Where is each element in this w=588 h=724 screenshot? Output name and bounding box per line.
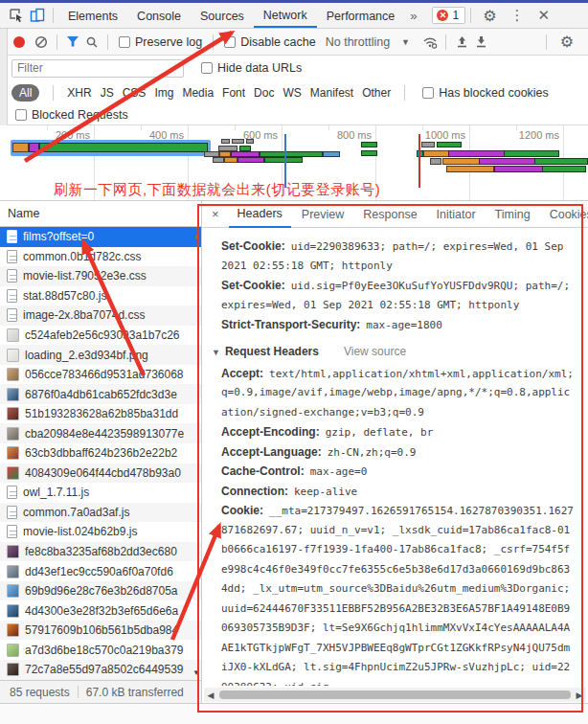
- name-column-header[interactable]: Name: [0, 201, 201, 227]
- network-request-row[interactable]: 57917609b106b561b5dba984: [0, 621, 201, 641]
- tab-performance[interactable]: Performance: [317, 3, 405, 28]
- network-conditions-icon[interactable]: [421, 34, 439, 50]
- throttling-select[interactable]: No throttling ▼: [322, 35, 414, 49]
- network-request-row[interactable]: movie-list.024b62b9.js: [0, 522, 201, 542]
- search-icon[interactable]: [83, 34, 101, 50]
- scroll-down-icon[interactable]: ▼: [192, 668, 200, 677]
- tab-elements[interactable]: Elements: [58, 3, 127, 28]
- request-name: 57917609b106b561b5dba984: [25, 623, 178, 637]
- network-request-row[interactable]: fe8c8ba3235af68b2dd3ec680: [0, 542, 201, 562]
- network-request-row[interactable]: 4d4300e3e28f32b3ef65d6e6a: [0, 600, 201, 621]
- waterfall-bar: [430, 158, 441, 165]
- filter-pill-css[interactable]: CSS: [123, 86, 147, 100]
- network-request-row[interactable]: owl_1.7.11.js: [0, 483, 201, 503]
- network-request-row[interactable]: 6876f0a4db61cab652fdc3d3e: [0, 384, 201, 404]
- clear-icon[interactable]: [33, 34, 50, 50]
- filter-pill-xhr[interactable]: XHR: [67, 86, 91, 100]
- has-blocked-cookies-checkbox[interactable]: Has blocked cookies: [418, 86, 553, 100]
- network-request-row[interactable]: stat.88d57c80.js: [0, 286, 201, 306]
- network-request-row[interactable]: 69b9d96e28c76e3b26d8705a: [0, 581, 201, 601]
- filter-pill-img[interactable]: Img: [154, 86, 173, 100]
- network-request-row[interactable]: a7d3d6be18c570c0a219ba379: [0, 640, 201, 660]
- details-tab-timing[interactable]: Timing: [486, 201, 539, 228]
- network-request-row[interactable]: 72c7a8e55d97a8502c6449539: [0, 660, 201, 680]
- inspect-element-icon[interactable]: [6, 6, 27, 25]
- network-request-row[interactable]: loading_2.e3d934bf.png: [0, 345, 201, 365]
- header-line: iJX0-kXLdGA; lt.sig=4FhpnUcimZ2u5JPRw-sV…: [202, 658, 588, 678]
- chevron-down-icon: ▼: [401, 37, 410, 47]
- tab-network[interactable]: Network: [254, 3, 317, 28]
- horizontal-scrollbar[interactable]: ◀ ▶: [204, 688, 586, 702]
- close-details-icon[interactable]: ×: [208, 207, 227, 221]
- network-request-row[interactable]: cba20984e8e4423598913077e: [0, 423, 201, 443]
- network-request-row[interactable]: 63cb3dbbaff624b236b2e22b2: [0, 443, 201, 464]
- header-name: Set-Cookie:: [221, 239, 285, 253]
- request-name: stat.88d57c80.js: [23, 289, 106, 303]
- scroll-up-icon[interactable]: ▲: [192, 232, 200, 240]
- waterfall-bar: [213, 157, 224, 163]
- request-headers-section[interactable]: ▼Request HeadersView source: [202, 342, 588, 362]
- filter-pill-all[interactable]: All: [11, 84, 39, 102]
- scroll-left-icon[interactable]: ◀: [204, 690, 217, 700]
- settings-gear-icon[interactable]: ⚙: [476, 7, 503, 25]
- network-request-row[interactable]: image-2x.8ba7074d.css: [0, 305, 201, 326]
- network-request-row[interactable]: 51b193283628a62b85ba31dd: [0, 404, 201, 424]
- details-tab-headers[interactable]: Headers: [229, 201, 291, 228]
- filter-pill-doc[interactable]: Doc: [254, 86, 274, 100]
- filter-pill-js[interactable]: JS: [101, 86, 114, 100]
- tick-label: 1000 ms: [408, 129, 465, 141]
- filter-funnel-icon[interactable]: [64, 34, 81, 50]
- details-tab-cookies[interactable]: Cookies: [541, 201, 588, 228]
- kebab-menu-icon[interactable]: ⋮: [504, 7, 531, 24]
- network-request-row[interactable]: dd43ef1ec9cc590a6f0a70fd6: [0, 561, 201, 581]
- tick-label: 1200 ms: [502, 129, 559, 141]
- close-devtools-icon[interactable]: ✕: [531, 7, 557, 24]
- disclosure-triangle-icon[interactable]: ▼: [212, 348, 220, 357]
- headers-content[interactable]: Set-Cookie:uid=2290389633; path=/; expir…: [202, 228, 588, 686]
- divider: [107, 34, 108, 50]
- network-request-row[interactable]: c524afeb2e56c93093a1b7c26: [0, 326, 201, 346]
- checkbox-icon: [224, 36, 236, 48]
- record-network-log-icon[interactable]: [13, 36, 25, 48]
- details-tab-initiator[interactable]: Initiator: [428, 201, 485, 228]
- document-file-icon: [7, 269, 17, 283]
- disable-cache-checkbox[interactable]: Disable cache: [220, 35, 320, 49]
- more-tabs-icon[interactable]: »: [404, 9, 422, 23]
- console-error-badge[interactable]: ✕ 1: [432, 7, 465, 24]
- tab-console[interactable]: Console: [127, 3, 191, 28]
- preserve-log-checkbox[interactable]: Preserve log: [115, 35, 206, 49]
- network-request-row[interactable]: films?offset=0: [0, 227, 201, 247]
- device-toolbar-icon[interactable]: [27, 6, 48, 25]
- network-request-row[interactable]: movie-list.79052e3e.css: [0, 266, 201, 286]
- filter-pill-other[interactable]: Other: [362, 86, 391, 100]
- filter-pill-font[interactable]: Font: [222, 86, 245, 100]
- details-tab-preview[interactable]: Preview: [293, 201, 352, 228]
- network-request-row[interactable]: 4084309e064f44cbd478b93a0: [0, 464, 201, 484]
- network-request-row[interactable]: common.0b1d782c.css: [0, 247, 201, 267]
- document-file-icon: [7, 250, 17, 263]
- hide-data-urls-checkbox[interactable]: Hide data URLs: [197, 61, 305, 75]
- details-tab-response[interactable]: Response: [354, 201, 425, 228]
- view-source-link[interactable]: View source: [344, 345, 406, 358]
- network-request-row[interactable]: common.7a0ad3af.js: [0, 503, 201, 523]
- header-name: Cache-Control:: [221, 464, 305, 478]
- filter-pill-ws[interactable]: WS: [283, 86, 301, 100]
- export-har-icon[interactable]: [472, 34, 489, 50]
- import-har-icon[interactable]: [453, 34, 470, 50]
- filter-pill-manifest[interactable]: Manifest: [310, 86, 353, 100]
- filter-input[interactable]: [11, 59, 184, 78]
- network-settings-gear-icon[interactable]: ⚙: [554, 33, 580, 51]
- blocked-requests-checkbox[interactable]: Blocked Requests: [11, 108, 132, 122]
- divider: [53, 8, 54, 23]
- header-value: text/html,application/xhtml+xml,applicat…: [269, 368, 574, 380]
- header-line: Cookie:__mta=217379497.1626591765154.162…: [202, 501, 588, 521]
- scroll-right-icon[interactable]: ▶: [573, 690, 586, 700]
- filter-pill-media[interactable]: Media: [182, 86, 214, 100]
- header-line: 2021 02:55:18 GMT; httponly: [202, 257, 588, 277]
- scrollbar-thumb[interactable]: [219, 690, 571, 699]
- waterfall-bar: [246, 139, 254, 144]
- header-line: 4dd; _lx_utm=utm_source%3DBaidu%26utm_me…: [202, 579, 588, 600]
- tab-sources[interactable]: Sources: [191, 3, 254, 28]
- blocked-requests-row: Blocked Requests: [0, 105, 588, 125]
- network-request-row[interactable]: 056cce783466d9531ad736068: [0, 365, 201, 385]
